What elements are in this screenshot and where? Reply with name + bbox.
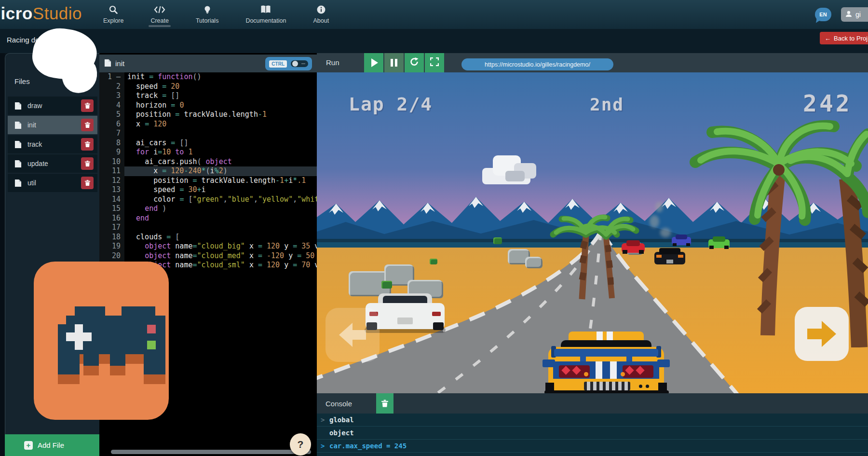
- file-item-draw[interactable]: draw: [8, 97, 97, 115]
- project-url[interactable]: https://microstudio.io/gilles/racingdemo…: [461, 58, 613, 70]
- game-viewport[interactable]: Lap 2/4 2nd 242: [317, 72, 868, 393]
- file-name: util: [27, 179, 81, 187]
- bulb-icon: [203, 5, 212, 16]
- code-line[interactable]: 10 ai_cars.push( object: [99, 157, 317, 167]
- file-item-util[interactable]: util: [8, 174, 97, 192]
- code-line[interactable]: 20 object name="cloud_med" x = -120 y = …: [99, 251, 317, 261]
- help-button[interactable]: ?: [290, 433, 311, 456]
- pause-button[interactable]: [384, 53, 404, 72]
- fullscreen-button[interactable]: [425, 53, 444, 72]
- line-number: 4: [99, 101, 124, 111]
- language-badge[interactable]: EN: [815, 8, 831, 21]
- line-number: 9: [99, 148, 124, 157]
- play-button[interactable]: [364, 53, 383, 72]
- hud-lap-counter: Lap 2/4: [349, 94, 433, 115]
- nav-item-create[interactable]: Create: [148, 0, 172, 29]
- ctrl-toggle-group: CTRL: [265, 57, 312, 70]
- nav-item-label: Tutorials: [196, 17, 218, 24]
- app-logo[interactable]: microStudio: [0, 4, 82, 23]
- window-edge: [0, 53, 5, 456]
- delete-file-button[interactable]: [81, 138, 94, 151]
- code-text: object name="cloud_big" x = 120 y = 35 v: [124, 242, 317, 251]
- code-line[interactable]: 17: [99, 223, 317, 233]
- line-number: 1 –: [99, 72, 124, 82]
- hud-position: 2nd: [590, 95, 624, 114]
- code-text: ai_cars.push( object: [124, 157, 232, 167]
- delete-file-button[interactable]: [81, 119, 94, 131]
- code-line[interactable]: 6 x = 120: [99, 120, 317, 129]
- add-file-button[interactable]: + Add File: [5, 434, 105, 456]
- nav-item-label: Create: [150, 17, 169, 24]
- touch-right-button[interactable]: [795, 307, 849, 361]
- file-item-update[interactable]: update: [8, 154, 97, 173]
- code-text: speed = 20: [124, 82, 179, 92]
- play-icon: [371, 58, 378, 67]
- code-line[interactable]: 14 color = ["green","blue","yellow","whi…: [99, 195, 317, 205]
- code-line[interactable]: 1 –init = function(): [99, 72, 317, 82]
- line-number: 20: [99, 251, 124, 261]
- smoke-puff: [650, 215, 659, 228]
- ctrl-badge: CTRL: [269, 60, 287, 68]
- console-text: car.max_speed = 245: [329, 442, 407, 450]
- logo-prefix: micro: [0, 4, 33, 23]
- delete-file-button[interactable]: [81, 99, 94, 112]
- run-label: Run: [326, 58, 339, 67]
- nav-item-about[interactable]: About: [310, 0, 332, 29]
- file-item-track[interactable]: track: [8, 135, 97, 153]
- code-line[interactable]: 19 object name="cloud_big" x = 120 y = 3…: [99, 242, 317, 251]
- code-line[interactable]: 2 speed = 20: [99, 82, 317, 92]
- code-text: clouds = [: [124, 233, 179, 242]
- fullscreen-icon: [430, 57, 439, 68]
- nav-item-explore[interactable]: Explore: [100, 0, 126, 29]
- code-line[interactable]: 12 position = trackValue.length-1+i*.1: [99, 176, 317, 186]
- user-name: gi: [855, 11, 861, 18]
- console-text: global: [329, 416, 354, 424]
- file-icon: [14, 140, 22, 149]
- code-line[interactable]: 7: [99, 129, 317, 138]
- reload-button[interactable]: [405, 53, 424, 72]
- delete-file-button[interactable]: [81, 177, 94, 189]
- code-line[interactable]: 8 ai_cars = []: [99, 138, 317, 148]
- code-line[interactable]: 11 x = 120-240*(i%2): [99, 166, 317, 176]
- smoke-puff: [660, 228, 671, 237]
- file-item-init[interactable]: init: [8, 116, 97, 134]
- search-icon: [108, 5, 118, 16]
- clear-console-button[interactable]: [376, 393, 393, 414]
- line-number: 11: [99, 166, 124, 176]
- nav-item-documentation[interactable]: Documentation: [243, 0, 289, 29]
- line-number: 17: [99, 223, 124, 233]
- line-number: 14: [99, 195, 124, 205]
- project-bar: [0, 29, 868, 53]
- code-text: color = ["green","blue","yellow","white: [124, 195, 317, 205]
- file-name: track: [27, 140, 81, 148]
- console-line: object: [317, 427, 868, 440]
- code-line[interactable]: 5 position = trackValue.length-1: [99, 110, 317, 120]
- code-line[interactable]: 16 end: [99, 214, 317, 223]
- bush-sprite: [493, 237, 502, 244]
- editor-horizontal-scrollbar[interactable]: [111, 450, 311, 454]
- user-button[interactable]: gi: [841, 7, 868, 22]
- book-icon: [260, 5, 271, 16]
- nav-item-tutorials[interactable]: Tutorials: [193, 0, 221, 29]
- delete-file-button[interactable]: [81, 157, 94, 170]
- file-icon: [14, 179, 22, 187]
- code-icon: [153, 5, 166, 16]
- ctrl-toggle-switch[interactable]: [291, 60, 308, 67]
- code-line[interactable]: 3 track = []: [99, 91, 317, 101]
- nav-item-label: Documentation: [245, 17, 286, 24]
- code-line[interactable]: 18 clouds = [: [99, 233, 317, 242]
- back-to-projects-button[interactable]: ← Back to Proj: [820, 32, 868, 44]
- code-line[interactable]: 4 horizon = 0: [99, 101, 317, 111]
- code-line[interactable]: 15 end ): [99, 204, 317, 214]
- line-number: 6: [99, 120, 124, 129]
- file-icon: [14, 121, 22, 129]
- code-text: ai_cars = []: [124, 138, 188, 148]
- code-line[interactable]: 13 speed = 30+i: [99, 185, 317, 195]
- code-line[interactable]: 9 for i=10 to 1: [99, 148, 317, 157]
- microstudio-app: microStudio ExploreCreateTutorialsDocume…: [0, 0, 868, 456]
- editor-tab[interactable]: init: [104, 59, 124, 69]
- line-number: 10: [99, 157, 124, 167]
- main-nav: ExploreCreateTutorialsDocumentationAbout: [100, 0, 332, 29]
- console-output[interactable]: >globalobject>car.max_speed = 245: [317, 414, 868, 456]
- touch-left-button[interactable]: [326, 308, 380, 362]
